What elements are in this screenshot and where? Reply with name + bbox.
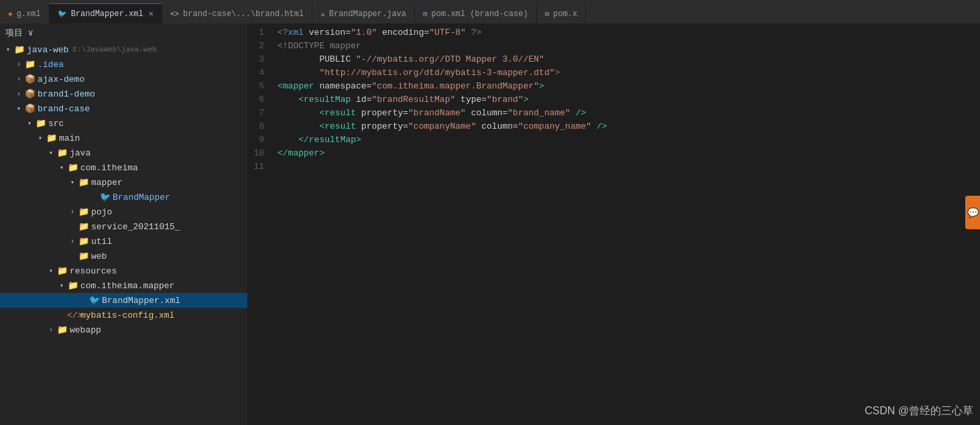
xml-file-icon: </>: [67, 310, 79, 320]
folder-icon: 📁: [35, 118, 47, 129]
folder-icon: 📁: [24, 59, 36, 70]
code-line-2: <!DOCTYPE mapper: [275, 40, 980, 53]
tree-item-service[interactable]: 📁 service_20211015_: [0, 219, 247, 234]
tab-close-icon[interactable]: ✕: [149, 9, 154, 19]
tree-label: .idea: [38, 60, 64, 70]
tree-label: BrandMapper: [113, 192, 170, 202]
tree-item-util[interactable]: › 📁 util: [0, 234, 247, 249]
code-line-3: PUBLIC "-//mybatis.org//DTD Mapper 3.0//…: [275, 53, 980, 66]
code-line-7: <resultMap id="brandResultMap" type="bra…: [275, 93, 980, 107]
tree-label: resources: [70, 266, 117, 276]
expand-arrow: ▾: [56, 282, 67, 290]
project-label: 项目 ∨: [5, 27, 34, 39]
expand-arrow: ▾: [56, 164, 67, 172]
tree-label: java: [70, 148, 90, 158]
code-line-1: <?xml version="1.0" encoding="UTF-8" ?>: [275, 26, 980, 40]
chat-icon[interactable]: 💬: [965, 196, 980, 229]
folder-icon: 📁: [13, 44, 25, 55]
xml-icon: ◈: [8, 9, 13, 18]
tree-label: service_20211015_: [91, 222, 180, 232]
code-line-10: </resultMap>: [275, 133, 980, 147]
tree-item-pojo[interactable]: › 📁 pojo: [0, 204, 247, 219]
tree-label: com.itheima: [80, 163, 138, 173]
expand-arrow: ›: [13, 90, 24, 98]
tree-item-webapp[interactable]: › 📁 webapp: [0, 322, 247, 337]
module-icon: 📦: [24, 103, 36, 114]
expand-arrow: ›: [67, 238, 78, 245]
tree-label: web: [91, 251, 107, 261]
folder-icon: 📁: [78, 251, 90, 261]
tree-label: webapp: [70, 325, 101, 335]
html-icon: <>: [170, 10, 179, 18]
mybatis-file-icon: 🐦: [88, 295, 101, 306]
tree-label: java-web: [27, 45, 68, 55]
tree-item-main[interactable]: ▾ 📁 main: [0, 131, 247, 145]
tree-label: ajax-demo: [38, 74, 84, 84]
mybatis-file-icon: 🐦: [99, 192, 111, 202]
tree-label: util: [91, 237, 112, 247]
code-line-9: <result property="companyName" column="c…: [275, 120, 980, 133]
tree-label: src: [48, 119, 64, 129]
tab-bar: ◈ g.xml 🐦 BrandMapper.xml ✕ <> brand-cas…: [0, 0, 980, 23]
expand-arrow: ▾: [3, 46, 13, 54]
tree-item-idea[interactable]: › 📁 .idea: [0, 57, 247, 72]
expand-arrow: ▾: [46, 149, 56, 157]
tab-label: BrandMapper.java: [329, 9, 406, 19]
tree-item-brand-case[interactable]: ▾ 📦 brand-case: [0, 101, 247, 116]
module-icon: 📦: [24, 88, 36, 99]
expand-arrow: ›: [13, 76, 24, 83]
tree-item-mybatis-config[interactable]: </> mybatis-config.xml: [0, 308, 247, 322]
tree-label: pojo: [91, 207, 112, 217]
tree-label: mybatis-config.xml: [80, 310, 174, 320]
pom-icon: m: [423, 10, 428, 18]
tree-label: brand1-demo: [38, 89, 95, 99]
tree-item-java[interactable]: ▾ 📁 java: [0, 145, 247, 160]
sidebar-header[interactable]: 项目 ∨: [0, 23, 247, 42]
tree-item-brandmapper-java[interactable]: 🐦 BrandMapper: [0, 190, 247, 204]
tab-label: brand-case\...\brand.html: [183, 9, 304, 19]
folder-icon: 📁: [78, 236, 90, 247]
tab-pom-x[interactable]: m pom.x: [537, 3, 587, 23]
tree-item-java-web[interactable]: ▾ 📁 java-web E:\JavaWeb\java-web: [0, 42, 247, 57]
folder-icon: 📁: [56, 265, 68, 276]
code-lines: <?xml version="1.0" encoding="UTF-8" ?> …: [275, 26, 980, 425]
expand-arrow: ›: [46, 326, 56, 334]
tab-brandmapper-java[interactable]: ☕ BrandMapper.java: [312, 3, 415, 23]
expand-arrow: ›: [13, 61, 24, 68]
tree-item-com-itheima[interactable]: ▾ 📁 com.itheima: [0, 160, 247, 175]
tree-label: com.itheima.mapper: [80, 281, 174, 291]
folder-icon: 📁: [78, 206, 90, 217]
tree-item-src[interactable]: ▾ 📁 src: [0, 116, 247, 131]
code-line-8: <result property="brandName" column="bra…: [275, 107, 980, 120]
tree-item-ajax-demo[interactable]: › 📦 ajax-demo: [0, 72, 247, 86]
tab-gxml[interactable]: ◈ g.xml: [0, 3, 50, 23]
expand-arrow: ▾: [46, 267, 56, 275]
folder-icon: 📁: [78, 221, 90, 232]
pom2-icon: m: [545, 10, 550, 18]
tab-pom-brand[interactable]: m pom.xml (brand-case): [415, 3, 537, 23]
folder-icon: 📁: [56, 147, 68, 158]
editor[interactable]: 1 2 3 4 5 6 7 8 9 10 11 <?xml version="1…: [248, 23, 980, 425]
folder-icon: 📁: [46, 133, 58, 143]
tree-label: main: [59, 133, 80, 143]
tree-label: BrandMapper.xml: [102, 296, 180, 306]
tree-item-web[interactable]: 📁 web: [0, 249, 247, 263]
tab-brand-html[interactable]: <> brand-case\...\brand.html: [162, 3, 312, 23]
tree-item-com-itheima-mapper[interactable]: ▾ 📁 com.itheima.mapper: [0, 278, 247, 293]
expand-arrow: ▾: [24, 119, 35, 127]
tree-label: brand-case: [38, 104, 90, 114]
tree-item-resources[interactable]: ▾ 📁 resources: [0, 263, 247, 278]
code-line-4: "http://mybatis.org/dtd/mybatis-3-mapper…: [275, 66, 980, 80]
main-area: 项目 ∨ ▾ 📁 java-web E:\JavaWeb\java-web › …: [0, 23, 980, 425]
sidebar[interactable]: 项目 ∨ ▾ 📁 java-web E:\JavaWeb\java-web › …: [0, 23, 248, 425]
chat-icon-symbol: 💬: [967, 207, 979, 219]
tree-item-brand1-demo[interactable]: › 📦 brand1-demo: [0, 86, 247, 101]
tree-item-mapper[interactable]: ▾ 📁 mapper: [0, 175, 247, 190]
folder-icon: 📁: [67, 162, 79, 173]
code-line-5: <mapper namespace="com.itheima.mapper.Br…: [275, 80, 980, 93]
expand-arrow: ▾: [67, 178, 78, 186]
editor-content: 1 2 3 4 5 6 7 8 9 10 11 <?xml version="1…: [248, 23, 980, 425]
tree-item-brandmapper-xml[interactable]: 🐦 BrandMapper.xml: [0, 293, 247, 308]
tab-brandmapper-xml[interactable]: 🐦 BrandMapper.xml ✕: [50, 3, 162, 23]
tab-label: BrandMapper.xml: [71, 9, 143, 19]
